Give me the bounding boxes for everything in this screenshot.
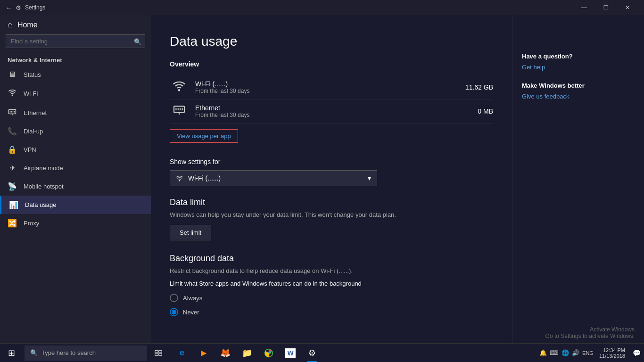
section-label: Network & Internet (0, 52, 151, 66)
svg-rect-15 (155, 350, 158, 353)
taskbar-sys-icons: 🔔 ⌨ 🌐 🔊 ENG (537, 349, 595, 356)
taskbar-time[interactable]: 12:34 PM 11/13/2018 (595, 347, 629, 359)
wifi-usage-name: Wi-Fi (......) (195, 80, 459, 88)
get-help-link[interactable]: Get help (522, 64, 635, 71)
chevron-down-icon: ▾ (368, 174, 371, 182)
dialup-icon: 📞 (8, 127, 17, 136)
taskbar-search[interactable]: 🔍 Type here to search (25, 346, 147, 361)
radio-never[interactable]: Never (170, 308, 493, 316)
radio-always-label: Always (183, 295, 202, 302)
ethernet-usage-sub: From the last 30 days (195, 112, 471, 118)
taskbar-app-vlc[interactable]: ▶ (193, 344, 214, 362)
taskbar-search-text: Type here to search (41, 349, 96, 356)
vpn-icon: 🔒 (8, 145, 17, 154)
close-button[interactable]: ✕ (617, 0, 638, 15)
sidebar-item-proxy[interactable]: 🔀 Proxy (0, 214, 151, 232)
svg-point-0 (12, 95, 13, 96)
sidebar-item-wifi[interactable]: Wi-Fi (0, 83, 151, 103)
dropdown-value: Wi-Fi (......) (188, 174, 221, 182)
proxy-icon: 🔀 (8, 219, 17, 228)
view-usage-per-app-button[interactable]: View usage per app (170, 129, 238, 143)
datausage-label: Data usage (25, 201, 57, 208)
wifi-usage-info: Wi-Fi (......) From the last 30 days (195, 80, 459, 94)
svg-rect-16 (159, 350, 162, 353)
hotspot-icon: 📡 (8, 182, 17, 191)
taskbar-app-edge[interactable]: e (172, 344, 192, 362)
ethernet-label: Ethernet (24, 109, 47, 116)
language-label: ENG (582, 350, 594, 356)
question-title: Have a question? (522, 53, 635, 60)
main-content: Data usage Overview Wi-Fi (......) From … (151, 15, 512, 343)
ethernet-icon (8, 108, 17, 117)
status-icon: 🖥 (8, 70, 17, 79)
wifi-usage-sub: From the last 30 days (195, 88, 459, 94)
status-label: Status (24, 71, 41, 78)
airplane-icon: ✈ (8, 164, 17, 173)
titlebar-title: Settings (25, 4, 570, 11)
taskbar-app-settings[interactable]: ⚙ (302, 344, 322, 362)
taskbar-app-files[interactable]: 📁 (237, 344, 257, 362)
show-settings-label: Show settings for (170, 158, 493, 165)
back-button[interactable]: ← (6, 4, 12, 11)
taskbar-search-icon: 🔍 (30, 349, 38, 356)
taskbar-app-chrome[interactable] (258, 344, 279, 362)
improve-title: Make Windows better (522, 82, 635, 89)
home-label: Home (17, 21, 38, 29)
overview-label: Overview (170, 60, 493, 68)
taskbar-app-word[interactable]: W (280, 344, 301, 362)
data-limit-title: Data limit (170, 197, 493, 207)
radio-group: Always Never (170, 294, 493, 316)
data-limit-desc: Windows can help you stay under your dat… (170, 211, 405, 218)
ethernet-usage-row: Ethernet From the last 30 days 0 MB (170, 99, 493, 123)
give-feedback-link[interactable]: Give us feedback (522, 93, 635, 100)
search-icon: 🔍 (134, 38, 141, 45)
radio-dot (172, 310, 176, 314)
svg-rect-17 (155, 353, 158, 355)
radio-never-label: Never (183, 309, 199, 316)
action-center-button[interactable]: 💬 (629, 344, 644, 362)
sidebar-item-hotspot[interactable]: 📡 Mobile hotspot (0, 177, 151, 196)
svg-point-14 (179, 181, 180, 181)
airplane-label: Airplane mode (24, 165, 63, 172)
sidebar-item-datausage[interactable]: 📊 Data usage (0, 196, 151, 214)
taskbar-apps: e ▶ 🦊 📁 W ⚙ (168, 344, 537, 362)
svg-rect-18 (159, 353, 162, 355)
sidebar-item-airplane[interactable]: ✈ Airplane mode (0, 159, 151, 177)
ethernet-usage-info: Ethernet From the last 30 days (195, 104, 471, 118)
ethernet-usage-icon (170, 105, 189, 118)
settings-icon: ⚙ (16, 4, 21, 11)
sidebar-item-status[interactable]: 🖥 Status (0, 66, 151, 83)
sidebar-item-dialup[interactable]: 📞 Dial-up (0, 122, 151, 140)
window-controls: — ❐ ✕ (573, 0, 638, 15)
maximize-button[interactable]: ❐ (595, 0, 617, 15)
volume-icon[interactable]: 🔊 (572, 349, 579, 356)
sidebar-item-vpn[interactable]: 🔒 VPN (0, 140, 151, 159)
radio-never-circle (170, 308, 178, 316)
dialup-label: Dial-up (24, 128, 43, 135)
hotspot-label: Mobile hotspot (24, 183, 64, 190)
minimize-button[interactable]: — (573, 0, 595, 15)
notification-icon[interactable]: 🔔 (539, 349, 547, 356)
network-dropdown[interactable]: Wi-Fi (......) ▾ (170, 170, 377, 186)
home-icon: ⌂ (8, 20, 13, 30)
svg-point-7 (179, 90, 180, 90)
home-nav-item[interactable]: ⌂ Home (0, 15, 151, 34)
taskbar-app-firefox[interactable]: 🦊 (215, 344, 236, 362)
sidebar: ⌂ Home 🔍 Network & Internet 🖥 Status Wi-… (0, 15, 151, 343)
keyboard-icon[interactable]: ⌨ (550, 349, 559, 356)
taskbar: ⊞ 🔍 Type here to search e ▶ 🦊 📁 (0, 343, 644, 362)
start-button[interactable]: ⊞ (0, 344, 23, 362)
proxy-label: Proxy (24, 220, 39, 227)
sidebar-item-ethernet[interactable]: Ethernet (0, 103, 151, 122)
activate-title: Activate Windows (545, 326, 635, 333)
task-view-button[interactable] (149, 344, 168, 362)
wifi-usage-row: Wi-Fi (......) From the last 30 days 11.… (170, 75, 493, 99)
vpn-label: VPN (24, 146, 36, 153)
search-box: 🔍 (6, 34, 145, 48)
radio-always[interactable]: Always (170, 294, 493, 302)
set-limit-button[interactable]: Set limit (170, 225, 211, 240)
help-section: Have a question? Get help (522, 53, 635, 71)
network-tray-icon[interactable]: 🌐 (561, 349, 569, 356)
feedback-section: Make Windows better Give us feedback (522, 82, 635, 100)
search-input[interactable] (6, 34, 145, 48)
